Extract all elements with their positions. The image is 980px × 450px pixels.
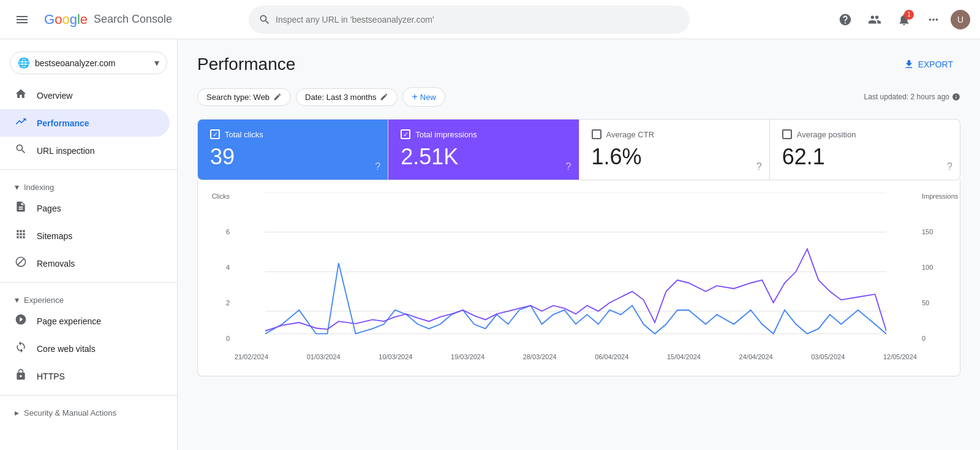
- users-button[interactable]: [862, 7, 887, 32]
- site-dropdown-icon: ▾: [154, 57, 159, 69]
- total-clicks-value: 39: [210, 144, 375, 170]
- menu-icon[interactable]: [10, 7, 34, 32]
- last-updated-text: Last updated: 2 hours ago: [864, 93, 949, 101]
- y-right-100: 100: [922, 264, 933, 271]
- x-label-1: 01/03/2024: [307, 353, 341, 360]
- search-bar[interactable]: [249, 6, 690, 34]
- sidebar-item-removals[interactable]: Removals: [0, 250, 170, 277]
- security-section[interactable]: ▸ Security & Manual Actions: [0, 400, 177, 420]
- https-label: HTTPS: [37, 372, 65, 381]
- sitemaps-icon: [15, 228, 27, 243]
- export-label: EXPORT: [918, 59, 953, 69]
- sidebar-item-performance[interactable]: Performance: [0, 109, 170, 137]
- sidebar-item-page-experience[interactable]: Page experience: [0, 307, 170, 335]
- home-icon: [15, 88, 27, 103]
- sidebar: 🌐 bestseoanalyzer.com ▾ Overview Perform…: [0, 39, 178, 450]
- x-label-0: 21/02/2024: [235, 353, 268, 360]
- average-position-label: Average position: [797, 130, 856, 139]
- help-button[interactable]: [833, 7, 858, 32]
- y-right-0: 0: [922, 335, 925, 342]
- total-clicks-checkbox[interactable]: [210, 129, 220, 139]
- notifications-button[interactable]: 1: [892, 7, 916, 32]
- site-selector[interactable]: 🌐 bestseoanalyzer.com ▾: [10, 51, 167, 74]
- metric-total-clicks[interactable]: Total clicks 39 ?: [198, 120, 388, 180]
- date-label: Date: Last 3 months: [305, 93, 376, 102]
- plus-icon: +: [412, 91, 417, 102]
- search-type-filter[interactable]: Search type: Web: [197, 88, 291, 106]
- export-icon: [903, 59, 914, 70]
- chart-container: Clicks 6 4 2 0 Impressions 150 100 50 0: [197, 180, 960, 376]
- notification-badge: 1: [904, 10, 914, 20]
- url-inspection-label: URL inspection: [37, 146, 94, 156]
- y-left-0: 0: [226, 335, 230, 342]
- total-impressions-checkbox[interactable]: [401, 129, 410, 139]
- add-filter-button[interactable]: + New: [402, 87, 445, 107]
- average-position-value: 62.1: [782, 144, 948, 170]
- average-ctr-help-icon[interactable]: ?: [756, 161, 762, 172]
- sidebar-item-sitemaps[interactable]: Sitemaps: [0, 222, 170, 250]
- y-left-4: 4: [226, 264, 230, 271]
- search-input[interactable]: [276, 15, 680, 25]
- sidebar-item-overview[interactable]: Overview: [0, 82, 170, 109]
- avatar[interactable]: U: [951, 10, 970, 29]
- security-section-label: Security & Manual Actions: [24, 408, 116, 418]
- core-web-vitals-label: Core web vitals: [37, 344, 96, 354]
- indexing-section-label: Indexing: [24, 183, 54, 192]
- site-globe-icon: 🌐: [18, 57, 30, 69]
- total-impressions-help-icon[interactable]: ?: [566, 161, 571, 172]
- x-label-3: 19/03/2024: [451, 353, 484, 360]
- experience-section-label: Experience: [24, 296, 64, 305]
- y-right-50: 50: [922, 299, 929, 307]
- average-ctr-value: 1.6%: [592, 144, 757, 170]
- core-web-vitals-icon: [15, 341, 27, 356]
- date-filter[interactable]: Date: Last 3 months: [296, 88, 398, 106]
- metric-average-ctr[interactable]: Average CTR 1.6% ?: [579, 120, 770, 180]
- y-left-6: 6: [226, 228, 230, 235]
- new-filter-label: New: [420, 93, 436, 102]
- x-label-7: 24/04/2024: [739, 353, 773, 360]
- export-button[interactable]: EXPORT: [896, 54, 960, 75]
- total-clicks-help-icon[interactable]: ?: [375, 161, 380, 172]
- https-icon: [15, 368, 27, 384]
- metric-average-position[interactable]: Average position 62.1 ?: [770, 120, 960, 180]
- average-position-help-icon[interactable]: ?: [947, 161, 952, 172]
- header-actions: 1 U: [833, 7, 970, 32]
- total-impressions-header: Total impressions: [401, 129, 566, 139]
- average-ctr-header: Average CTR: [592, 129, 757, 139]
- url-inspection-icon: [15, 143, 27, 158]
- edit-icon: [273, 93, 282, 101]
- performance-label: Performance: [37, 118, 89, 128]
- y-right-label: Impressions: [922, 193, 958, 200]
- metric-total-impressions[interactable]: Total impressions 2.51K ?: [388, 120, 579, 180]
- average-position-checkbox[interactable]: [782, 129, 792, 139]
- x-label-6: 15/04/2024: [667, 353, 701, 360]
- sidebar-item-core-web-vitals[interactable]: Core web vitals: [0, 335, 170, 362]
- sidebar-item-pages[interactable]: Pages: [0, 194, 170, 222]
- x-label-2: 10/03/2024: [379, 353, 412, 360]
- average-ctr-checkbox[interactable]: [592, 129, 601, 139]
- pages-label: Pages: [37, 204, 61, 213]
- pages-icon: [15, 200, 27, 216]
- total-clicks-header: Total clicks: [210, 129, 375, 139]
- site-name: bestseoanalyzer.com: [35, 58, 149, 68]
- sidebar-item-https[interactable]: HTTPS: [0, 362, 170, 390]
- layout: 🌐 bestseoanalyzer.com ▾ Overview Perform…: [0, 39, 980, 450]
- sitemaps-label: Sitemaps: [37, 231, 72, 241]
- page-title: Performance: [197, 55, 295, 74]
- total-clicks-label: Total clicks: [225, 130, 263, 139]
- page-experience-label: Page experience: [37, 316, 101, 326]
- apps-button[interactable]: [921, 7, 946, 32]
- y-right-150: 150: [922, 228, 933, 235]
- last-updated: Last updated: 2 hours ago: [864, 93, 960, 101]
- page-experience-icon: [15, 313, 27, 329]
- main-content: Performance EXPORT Search type: Web Date…: [178, 39, 980, 450]
- date-edit-icon: [380, 93, 388, 101]
- sidebar-item-url-inspection[interactable]: URL inspection: [0, 137, 170, 164]
- indexing-section[interactable]: ▾ Indexing: [0, 175, 177, 194]
- experience-section[interactable]: ▾ Experience: [0, 288, 177, 307]
- chart-area: Clicks 6 4 2 0 Impressions 150 100 50 0: [210, 193, 948, 360]
- metrics-row: Total clicks 39 ? Total impressions 2.51…: [197, 119, 960, 180]
- x-label-9: 12/05/2024: [883, 353, 917, 360]
- chart-svg: [235, 193, 917, 351]
- security-collapse-icon: ▸: [15, 408, 19, 418]
